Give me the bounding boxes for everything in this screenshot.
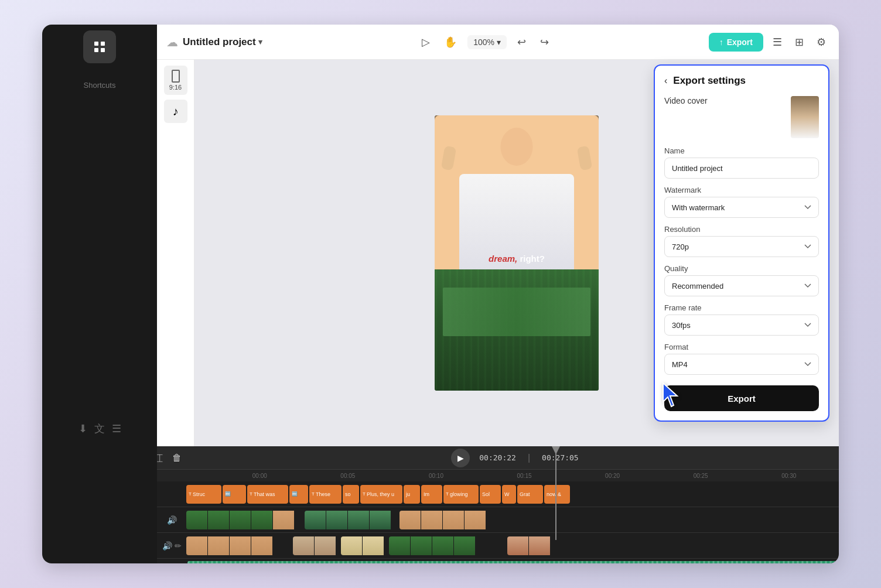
export-button[interactable]: ↑ Export <box>709 33 763 52</box>
video-clip-b3[interactable] <box>341 536 388 555</box>
thumb-frame-2 <box>208 511 229 529</box>
thumb-frame-12 <box>443 511 464 529</box>
clip-label: so <box>345 491 351 497</box>
framerate-select[interactable]: 30fps <box>664 314 819 336</box>
video-cover-thumbnail[interactable] <box>791 96 819 138</box>
translate-button[interactable]: 文 <box>94 422 105 436</box>
aspect-ratio-panel: 9:16 ♪ <box>157 60 194 446</box>
clip-struc[interactable]: T Struc <box>186 485 221 504</box>
audio-track-controls: 🔉 <box>157 562 186 564</box>
video-clip-2[interactable] <box>305 511 398 529</box>
tiktok-platform-icon[interactable]: ♪ <box>164 100 187 123</box>
topbar-center: ▷ ✋ 100% ▾ ↩ ↪ <box>418 32 552 52</box>
clip-these[interactable]: T These <box>309 485 342 504</box>
thumb-frame-10 <box>399 511 421 529</box>
tick-30: 00:30 <box>745 473 833 479</box>
tick-05: 00:05 <box>304 473 392 479</box>
clip-label: Im <box>424 491 429 497</box>
layers-button[interactable]: ☰ <box>769 32 786 52</box>
download-button[interactable]: ⬇ <box>78 422 87 436</box>
format-group: Format MP4 <box>664 343 819 375</box>
play-button[interactable]: ▶ <box>451 449 470 467</box>
video-clip-1[interactable] <box>186 511 303 529</box>
settings-button[interactable]: ⚙ <box>813 32 829 52</box>
quality-select[interactable]: Recommended <box>664 275 819 296</box>
thumb-b7 <box>341 536 362 555</box>
cursor-tool-button[interactable]: ▷ <box>418 32 433 52</box>
thumb-b13 <box>507 536 528 555</box>
clip-label: Sol <box>482 491 490 497</box>
video-track-1-controls: 🔊 <box>157 515 186 525</box>
video-top-section: dream, right? <box>435 115 599 269</box>
caption-dream-text: dream, <box>489 254 517 264</box>
audio-clip[interactable] <box>187 561 838 564</box>
thumb-frame-6 <box>305 511 326 529</box>
clip-grat[interactable]: Grat <box>517 485 543 504</box>
export-action-button[interactable]: Export <box>664 385 819 411</box>
sidebar-icon-button[interactable] <box>83 30 116 63</box>
topbar: ☁ Untitled project ▾ ▷ ✋ 100% ▾ ↩ ↪ ↑ Ex… <box>157 25 839 60</box>
svg-rect-1 <box>101 42 105 46</box>
back-button[interactable]: ‹ <box>664 76 667 86</box>
hand-tool-button[interactable]: ✋ <box>440 32 460 52</box>
clip-sol[interactable]: Sol <box>480 485 501 504</box>
split-view-button[interactable]: ⊞ <box>791 32 807 52</box>
format-select[interactable]: MP4 <box>664 354 819 375</box>
video-track-1: 🔊 <box>157 507 839 533</box>
topbar-left: ☁ Untitled project ▾ <box>166 35 262 49</box>
clip-that-was[interactable]: T That was <box>247 485 288 504</box>
clip-im[interactable]: Im <box>421 485 442 504</box>
project-title-button[interactable]: Untitled project ▾ <box>183 36 262 48</box>
volume-button-2[interactable]: 🔊 <box>162 541 172 551</box>
export-button-label: Export <box>727 37 753 47</box>
clip-glowing[interactable]: T glowing <box>443 485 479 504</box>
video-preview: dream, right? <box>435 115 599 391</box>
quality-label: Quality <box>664 264 819 273</box>
video-clip-3[interactable] <box>399 511 517 529</box>
export-settings-panel: ‹ Export settings Video cover Name Water… <box>654 64 829 422</box>
redo-button[interactable]: ↪ <box>537 32 552 52</box>
edit-button[interactable]: ✏ <box>175 541 182 551</box>
clip-plus[interactable]: T Plus, they u <box>360 485 402 504</box>
person-arm-right <box>577 145 593 170</box>
thumb-frame-9 <box>370 511 391 529</box>
watermark-label: Watermark <box>664 186 819 194</box>
cloud-icon: ☁ <box>166 35 178 49</box>
video-clip-b2[interactable] <box>293 536 340 555</box>
video-clip-b4[interactable] <box>389 536 506 555</box>
zoom-control[interactable]: 100% ▾ <box>467 35 507 49</box>
video-clip-b1[interactable] <box>186 536 292 555</box>
delete-button[interactable]: 🗑 <box>172 453 182 463</box>
clip-label: Struc <box>193 491 205 497</box>
field-rows <box>443 288 590 336</box>
clip-now[interactable]: now & <box>544 485 570 504</box>
clip-ju[interactable]: ju <box>404 485 420 504</box>
aspect-ratio-9-16[interactable]: 9:16 <box>164 66 187 95</box>
trim-tool-button[interactable]: ⌶ <box>157 453 163 463</box>
resolution-select[interactable]: 720p <box>664 236 819 257</box>
undo-button[interactable]: ↩ <box>514 32 530 52</box>
clip-text1[interactable]: 🔤 <box>223 485 246 504</box>
video-clip-b5[interactable] <box>507 536 566 555</box>
clip-label: That was <box>254 491 275 497</box>
name-input[interactable] <box>664 158 819 179</box>
clip-icon: T <box>363 491 366 497</box>
audio-track: 🔉 <box>157 559 839 563</box>
thumb-frame-7 <box>326 511 347 529</box>
clip-label: now & <box>547 491 561 497</box>
captions-button[interactable]: ☰ <box>112 422 121 436</box>
video-cover-label: Video cover <box>664 96 708 105</box>
clip-so[interactable]: so <box>343 485 359 504</box>
thumb-frame-4 <box>251 511 272 529</box>
clip-text2[interactable]: 🔤 <box>289 485 308 504</box>
volume-button-3[interactable]: 🔉 <box>167 562 177 564</box>
thumb-frame-3 <box>230 511 251 529</box>
watermark-select[interactable]: With watermark <box>664 197 819 218</box>
clip-w[interactable]: W <box>502 485 516 504</box>
shortcuts-label: Shortcuts <box>84 81 116 90</box>
text-track-content: T Struc 🔤 T That was 🔤 T T <box>186 481 839 507</box>
playhead[interactable] <box>555 446 556 540</box>
name-group: Name <box>664 146 819 179</box>
volume-button-1[interactable]: 🔊 <box>167 515 177 525</box>
project-title-chevron: ▾ <box>258 37 262 46</box>
